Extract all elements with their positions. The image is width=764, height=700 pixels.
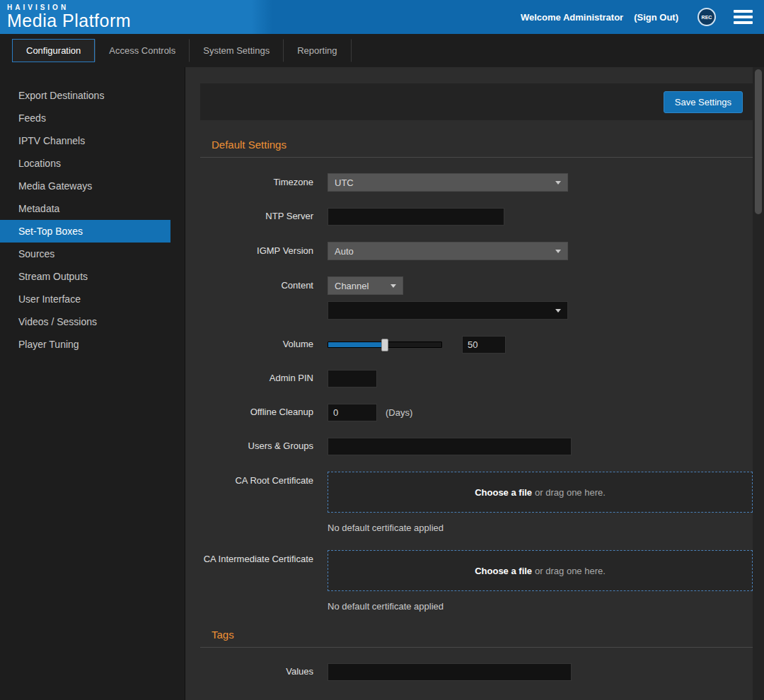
main-nav: Configuration Access Controls System Set… [0,34,764,67]
sidebar-item-media-gateways[interactable]: Media Gateways [0,175,170,197]
offline-cleanup-row: Offline Cleanup (Days) [200,404,753,421]
tags-values-input[interactable] [328,663,572,681]
igmp-version-select-value: Auto [335,246,555,257]
ca-intermediate-drag-text: or drag one here. [535,566,606,576]
offline-cleanup-input[interactable] [328,404,377,421]
ntp-server-label: NTP Server [200,211,313,223]
volume-row: Volume [200,336,753,354]
settings-content: Save Settings Default Settings Timezone … [185,67,764,700]
timezone-label: Timezone [200,177,313,189]
sidebar-item-user-interface[interactable]: User Interface [0,288,170,310]
content-label: Content [200,276,313,292]
chevron-down-icon [555,181,561,185]
tab-reporting[interactable]: Reporting [283,39,351,62]
content-type-select[interactable]: Channel [328,276,403,295]
ntp-server-input[interactable] [328,208,504,226]
tags-heading: Tags [212,629,753,641]
menu-icon[interactable] [734,7,753,27]
content-type-select-value: Channel [335,281,385,291]
sidebar-item-feeds[interactable]: Feeds [0,107,170,129]
igmp-version-row: IGMP Version Auto [200,242,753,260]
volume-label: Volume [200,339,313,351]
section-divider [200,157,753,158]
ca-root-drag-text: or drag one here. [535,487,606,498]
ca-root-choose-file-link[interactable]: Choose a file [475,487,532,498]
ntp-server-row: NTP Server [200,208,753,226]
sidebar-item-metadata[interactable]: Metadata [0,197,170,220]
welcome-text: Welcome Administrator [521,12,623,23]
tab-configuration[interactable]: Configuration [12,39,95,62]
content-row: Content Channel [200,276,753,320]
ca-root-status: No default certificate applied [328,523,753,533]
ca-root-dropzone[interactable]: Choose a file or drag one here. [328,472,753,513]
ca-intermediate-row: CA Intermediate Certificate Choose a fil… [200,550,753,591]
timezone-select[interactable]: UTC [328,173,568,192]
users-groups-input[interactable] [328,438,572,455]
ca-intermediate-choose-file-link[interactable]: Choose a file [475,566,532,576]
vertical-scrollbar[interactable] [753,67,764,700]
config-sidebar: Export Destinations Feeds IPTV Channels … [0,67,185,700]
timezone-select-value: UTC [335,177,555,188]
app-header: HAIVISION Media Platform Welcome Adminis… [0,0,764,34]
volume-input[interactable] [462,336,506,354]
rec-badge[interactable]: REC [698,8,716,26]
chevron-down-icon [555,250,561,253]
tab-access-controls[interactable]: Access Controls [95,39,189,62]
users-groups-row: Users & Groups [200,438,753,455]
ca-intermediate-label: CA Intermediate Certificate [200,550,313,566]
admin-pin-input[interactable] [328,370,377,387]
sidebar-item-set-top-boxes[interactable]: Set-Top Boxes [0,220,170,243]
volume-slider-thumb[interactable] [381,339,388,351]
sidebar-item-stream-outputs[interactable]: Stream Outputs [0,265,170,288]
rec-badge-label: REC [702,15,712,20]
timezone-row: Timezone UTC [200,173,753,192]
igmp-version-select[interactable]: Auto [328,242,568,260]
offline-cleanup-label: Offline Cleanup [200,407,313,419]
users-groups-label: Users & Groups [200,441,313,453]
tab-system-settings[interactable]: System Settings [189,39,283,62]
ca-root-label: CA Root Certificate [200,472,313,487]
sidebar-item-export-destinations[interactable]: Export Destinations [0,84,170,107]
action-toolbar: Save Settings [200,83,753,120]
default-settings-heading: Default Settings [212,139,753,151]
sign-out-link[interactable]: (Sign Out) [634,12,678,23]
ca-intermediate-dropzone[interactable]: Choose a file or drag one here. [328,550,753,591]
igmp-version-label: IGMP Version [200,245,313,257]
sidebar-item-sources[interactable]: Sources [0,243,170,265]
tags-values-row: Values [200,663,753,681]
volume-slider-fill [328,342,385,347]
content-item-select[interactable] [328,301,568,320]
sidebar-item-player-tuning[interactable]: Player Tuning [0,333,170,356]
section-divider [200,647,753,648]
ca-intermediate-status: No default certificate applied [328,601,753,612]
brand-logo: HAIVISION Media Platform [7,4,131,31]
admin-pin-row: Admin PIN [200,370,753,387]
admin-pin-label: Admin PIN [200,373,313,385]
offline-cleanup-suffix: (Days) [386,407,412,418]
tags-values-label: Values [200,666,313,678]
brand-product: Media Platform [7,11,131,31]
chevron-down-icon [555,309,561,313]
sidebar-item-locations[interactable]: Locations [0,152,170,175]
chevron-down-icon [390,284,396,288]
ca-root-row: CA Root Certificate Choose a file or dra… [200,472,753,513]
sidebar-item-videos-sessions[interactable]: Videos / Sessions [0,310,170,333]
save-settings-button[interactable]: Save Settings [664,91,743,113]
volume-slider[interactable] [328,342,442,348]
sidebar-item-iptv-channels[interactable]: IPTV Channels [0,129,170,152]
scrollbar-thumb[interactable] [755,69,762,214]
